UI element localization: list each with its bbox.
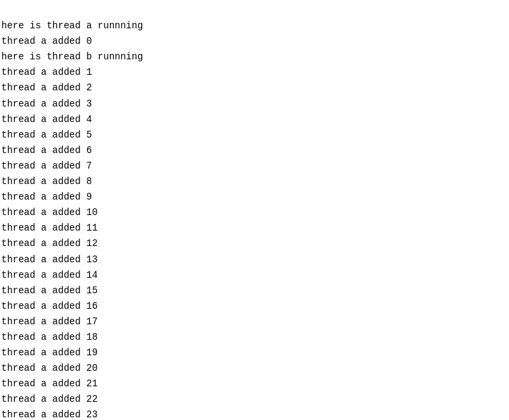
console-line: thread a added 6 [1,143,508,158]
console-line: thread a added 0 [1,34,508,49]
console-line: thread a added 11 [1,220,508,236]
console-line: thread a added 9 [1,189,508,205]
console-line: thread a added 16 [1,299,508,314]
console-output: here is thread a runnningthread a added … [1,3,508,420]
console-line: thread a added 19 [1,345,508,361]
console-line: thread a added 7 [1,158,508,174]
console-line: thread a added 22 [1,392,508,407]
console-line: thread a added 8 [1,174,508,189]
console-line: thread a added 10 [1,205,508,220]
console-line: thread a added 15 [1,283,508,299]
console-line: thread a added 13 [1,252,508,268]
console-line: thread a added 21 [1,376,508,392]
console-line: thread a added 23 [1,407,508,420]
console-line: thread a added 2 [1,80,508,96]
console-line: thread a added 5 [1,127,508,143]
console-line: thread a added 20 [1,361,508,376]
console-line: here is thread a runnning [1,18,508,34]
console-line: thread a added 17 [1,314,508,330]
console-line: here is thread b runnning [1,49,508,65]
console-line: thread a added 14 [1,268,508,283]
console-line: thread a added 4 [1,112,508,127]
console-line: thread a added 18 [1,330,508,345]
console-line: thread a added 3 [1,96,508,112]
console-line: thread a added 1 [1,65,508,80]
console-line: thread a added 12 [1,236,508,251]
